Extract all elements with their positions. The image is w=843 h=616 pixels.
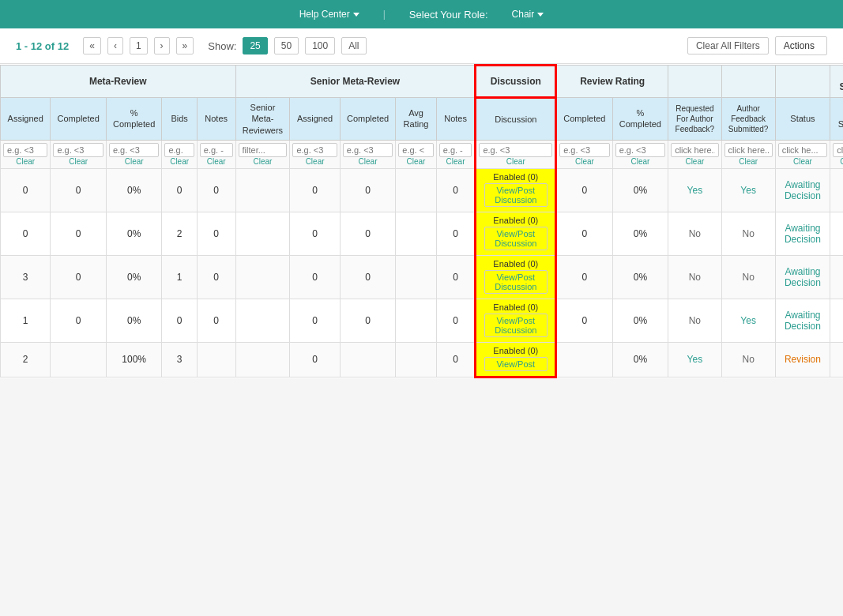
- filter-pct[interactable]: Clear: [106, 140, 162, 168]
- cell-smr-reviewers: [235, 342, 290, 377]
- cell-rr-completed: 0: [556, 212, 613, 255]
- help-center-dropdown[interactable]: Help Center: [299, 9, 359, 20]
- cell-rr-pct: 0%: [612, 255, 668, 299]
- col-smr-assigned: Assigned: [290, 98, 340, 141]
- filter-smr-assigned[interactable]: Clear: [290, 140, 340, 168]
- re-sub-group-header: Re Su...: [830, 66, 843, 98]
- filter-smr-input[interactable]: [239, 143, 288, 157]
- filter-req-feedback[interactable]: Clear: [668, 140, 721, 168]
- filter-avg-rating[interactable]: Clear: [396, 140, 436, 168]
- discussion-enabled-label: Enabled (0): [481, 302, 550, 312]
- filter-author-feedback[interactable]: Clear: [721, 140, 775, 168]
- cell-status[interactable]: Revision: [775, 342, 830, 377]
- filter-re-sub[interactable]: Clear: [830, 140, 843, 168]
- cell-rr-completed: [556, 342, 613, 377]
- filter-smr[interactable]: Clear: [235, 140, 290, 168]
- next-page-button[interactable]: ›: [154, 37, 170, 54]
- clear-bids-filter[interactable]: Clear: [164, 157, 194, 166]
- status-link[interactable]: Awaiting Decision: [785, 223, 821, 245]
- clear-all-filters-button[interactable]: Clear All Filters: [687, 37, 769, 54]
- requested-feedback-group-header: [668, 66, 721, 98]
- view-post-discussion-button[interactable]: View/Post Discussion: [484, 227, 548, 250]
- col-re-sub: Re Sub...: [830, 98, 843, 141]
- cell-mr-assigned: 0: [1, 168, 51, 212]
- filter-smr-assigned-input[interactable]: [292, 143, 337, 157]
- group-header-row: Meta-Review Senior Meta-Review Discussio…: [1, 66, 844, 98]
- clear-pct-filter[interactable]: Clear: [109, 157, 160, 166]
- status-link[interactable]: Awaiting Decision: [785, 310, 821, 332]
- filter-rr-completed[interactable]: Clear: [556, 140, 613, 168]
- filter-discussion-input[interactable]: [479, 143, 552, 157]
- view-post-discussion-button[interactable]: View/Post: [484, 357, 548, 371]
- clear-status-filter[interactable]: Clear: [778, 157, 827, 166]
- cell-mr-assigned: 0: [1, 212, 51, 255]
- clear-smr-filter[interactable]: Clear: [239, 157, 288, 166]
- filter-rr-completed-input[interactable]: [559, 143, 610, 157]
- cell-smr-completed: 0: [340, 212, 396, 255]
- cell-status[interactable]: Awaiting Decision: [775, 212, 830, 255]
- clear-notes-filter[interactable]: Clear: [200, 157, 233, 166]
- filter-notes[interactable]: Clear: [197, 140, 235, 168]
- clear-discussion-filter[interactable]: Clear: [479, 157, 552, 166]
- clear-req-feedback-filter[interactable]: Clear: [671, 157, 718, 166]
- cell-requested-feedback: No: [668, 299, 721, 342]
- clear-assigned-filter[interactable]: Clear: [3, 157, 47, 166]
- filter-pct-input[interactable]: [109, 143, 160, 157]
- clear-completed-filter[interactable]: Clear: [53, 157, 103, 166]
- cell-requested-feedback: Yes: [668, 168, 721, 212]
- filter-completed[interactable]: Clear: [51, 140, 107, 168]
- view-post-discussion-button[interactable]: View/Post Discussion: [484, 183, 548, 207]
- clear-smr-completed-filter[interactable]: Clear: [343, 157, 393, 166]
- filter-status-input[interactable]: [778, 143, 827, 157]
- cell-status[interactable]: Awaiting Decision: [775, 255, 830, 299]
- filter-assigned-input[interactable]: [3, 143, 47, 157]
- clear-smr-notes-filter[interactable]: Clear: [439, 157, 472, 166]
- view-post-discussion-button[interactable]: View/Post Discussion: [484, 270, 548, 294]
- clear-re-sub-filter[interactable]: Clear: [833, 157, 843, 166]
- clear-avg-rating-filter[interactable]: Clear: [398, 157, 433, 166]
- col-rr-completed: Completed: [556, 98, 613, 141]
- cell-status[interactable]: Awaiting Decision: [775, 168, 830, 212]
- filter-smr-completed-input[interactable]: [343, 143, 393, 157]
- review-rating-group-header: Review Rating: [556, 66, 668, 98]
- filter-bids-input[interactable]: [164, 143, 194, 157]
- filter-status[interactable]: Clear: [775, 140, 830, 168]
- filter-discussion[interactable]: Clear: [476, 140, 556, 168]
- col-notes: Notes: [197, 98, 235, 141]
- cell-rr-pct: 0%: [612, 168, 668, 212]
- clear-rr-pct-filter[interactable]: Clear: [615, 157, 666, 166]
- show-100-button[interactable]: 100: [305, 37, 335, 54]
- clear-rr-completed-filter[interactable]: Clear: [559, 157, 610, 166]
- show-25-button[interactable]: 25: [243, 37, 267, 54]
- filter-notes-input[interactable]: [200, 143, 233, 157]
- show-all-button[interactable]: All: [341, 37, 366, 54]
- prev-page-button[interactable]: ‹: [107, 37, 123, 54]
- page-number-button[interactable]: 1: [130, 37, 148, 54]
- status-link[interactable]: Revision: [785, 354, 821, 365]
- chair-dropdown[interactable]: Chair: [512, 9, 544, 20]
- filter-avg-rating-input[interactable]: [398, 143, 433, 157]
- filter-req-feedback-input[interactable]: [671, 143, 718, 157]
- filter-smr-notes[interactable]: Clear: [436, 140, 476, 168]
- filter-bids[interactable]: Clear: [162, 140, 197, 168]
- cell-status[interactable]: Awaiting Decision: [775, 299, 830, 342]
- table-row: 0 0 0% 2 0 0 0 0 Enabled (0) View/Post D…: [1, 212, 844, 255]
- filter-re-sub-input[interactable]: [833, 143, 843, 157]
- first-page-button[interactable]: «: [83, 37, 101, 54]
- filter-assigned[interactable]: Clear: [1, 140, 51, 168]
- cell-re-sub: [830, 212, 843, 255]
- filter-smr-notes-input[interactable]: [439, 143, 472, 157]
- filter-completed-input[interactable]: [53, 143, 103, 157]
- actions-button[interactable]: Actions: [775, 36, 827, 55]
- clear-smr-assigned-filter[interactable]: Clear: [292, 157, 337, 166]
- filter-rr-pct-input[interactable]: [615, 143, 666, 157]
- filter-smr-completed[interactable]: Clear: [340, 140, 396, 168]
- filter-author-feedback-input[interactable]: [724, 143, 773, 157]
- status-link[interactable]: Awaiting Decision: [785, 266, 821, 288]
- status-link[interactable]: Awaiting Decision: [785, 179, 821, 201]
- last-page-button[interactable]: »: [176, 37, 194, 54]
- clear-author-feedback-filter[interactable]: Clear: [724, 157, 773, 166]
- view-post-discussion-button[interactable]: View/Post Discussion: [484, 314, 548, 337]
- filter-rr-pct[interactable]: Clear: [612, 140, 668, 168]
- show-50-button[interactable]: 50: [274, 37, 299, 54]
